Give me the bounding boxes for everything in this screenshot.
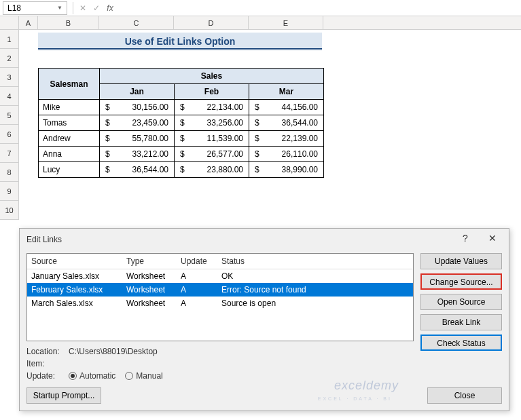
select-all-corner[interactable]: [0, 16, 19, 29]
money-cell[interactable]: $23,880.00: [175, 162, 249, 178]
edit-links-dialog: Edit Links ? ✕ Source Type Update Status…: [19, 228, 509, 411]
list-header-source[interactable]: Source: [31, 256, 126, 266]
header-month[interactable]: Mar: [249, 84, 324, 100]
formula-input[interactable]: [117, 1, 521, 15]
link-update: A: [181, 285, 221, 294]
link-update: A: [181, 299, 221, 308]
dialog-title-text: Edit Links: [26, 235, 62, 244]
link-row[interactable]: January Sales.xlsxWorksheetAOK: [27, 269, 413, 283]
separator: [73, 2, 73, 14]
update-values-button[interactable]: Update Values: [420, 253, 502, 269]
check-status-button[interactable]: Check Status: [420, 335, 502, 351]
col-header-D[interactable]: D: [174, 16, 249, 29]
close-icon[interactable]: ✕: [479, 229, 506, 248]
money-cell[interactable]: $22,139.00: [249, 131, 324, 147]
money-cell[interactable]: $36,544.00: [100, 162, 175, 178]
sheet-title[interactable]: Use of Edit Links Option: [38, 33, 322, 50]
header-month[interactable]: Jan: [100, 84, 175, 100]
dialog-titlebar[interactable]: Edit Links ? ✕: [20, 229, 509, 250]
radio-dot-icon: [125, 372, 133, 380]
break-link-button[interactable]: Break Link: [420, 314, 502, 330]
update-label: Update:: [26, 371, 69, 381]
link-source: January Sales.xlsx: [31, 271, 126, 281]
link-status: OK: [221, 271, 409, 281]
radio-automatic[interactable]: Automatic: [69, 371, 115, 381]
change-source-button[interactable]: Change Source...: [420, 273, 502, 290]
list-header-status[interactable]: Status: [221, 256, 409, 266]
row-header[interactable]: 9: [0, 182, 19, 201]
header-sales[interactable]: Sales: [100, 69, 324, 84]
row-header[interactable]: 3: [0, 68, 19, 87]
table-row: Tomas$23,459.00$33,256.00$36,544.00: [39, 115, 324, 131]
money-cell[interactable]: $26,110.00: [249, 147, 324, 162]
salesman-cell[interactable]: Lucy: [39, 162, 100, 178]
column-headers: A B C D E: [0, 16, 521, 30]
watermark-sub: EXCEL · DATA · BI: [318, 396, 392, 401]
row-header[interactable]: 2: [0, 49, 19, 68]
col-header-E[interactable]: E: [249, 16, 323, 29]
money-cell[interactable]: $38,990.00: [249, 162, 324, 178]
col-header-B[interactable]: B: [38, 16, 99, 29]
radio-manual[interactable]: Manual: [125, 371, 162, 381]
cancel-icon[interactable]: ✕: [76, 3, 90, 13]
row-header[interactable]: 4: [0, 87, 19, 106]
link-status: Error: Source not found: [221, 285, 409, 294]
header-salesman[interactable]: Salesman: [39, 69, 100, 100]
startup-prompt-button[interactable]: Startup Prompt...: [26, 387, 101, 404]
link-source: March Sales.xlsx: [31, 299, 126, 308]
row-header[interactable]: 7: [0, 144, 19, 163]
money-cell[interactable]: $44,156.00: [249, 100, 324, 115]
formula-bar: L18 ▼ ✕ ✓ fx: [0, 0, 521, 16]
salesman-cell[interactable]: Andrew: [39, 131, 100, 147]
money-cell[interactable]: $55,780.00: [100, 131, 175, 147]
name-box-value: L18: [7, 3, 21, 13]
dialog-info: Location: C:\Users\88019\Desktop Item: U…: [26, 345, 414, 382]
table-row: Anna$33,212.00$26,577.00$26,110.00: [39, 147, 324, 162]
money-cell[interactable]: $11,539.00: [175, 131, 249, 147]
enter-icon[interactable]: ✓: [90, 3, 103, 13]
row-header[interactable]: 8: [0, 163, 19, 182]
money-cell[interactable]: $36,544.00: [249, 115, 324, 131]
location-value: C:\Users\88019\Desktop: [69, 347, 158, 356]
money-cell[interactable]: $22,134.00: [175, 100, 249, 115]
table-row: Andrew$55,780.00$11,539.00$22,139.00: [39, 131, 324, 147]
money-cell[interactable]: $23,459.00: [100, 115, 175, 131]
money-cell[interactable]: $30,156.00: [100, 100, 175, 115]
link-type: Worksheet: [126, 271, 181, 281]
list-header-type[interactable]: Type: [126, 256, 181, 266]
link-row[interactable]: March Sales.xlsxWorksheetASource is open: [27, 297, 413, 310]
list-header-update[interactable]: Update: [181, 256, 221, 266]
money-cell[interactable]: $33,212.00: [100, 147, 175, 162]
link-type: Worksheet: [126, 299, 181, 308]
link-row[interactable]: February Sales.xlsxWorksheetAError: Sour…: [27, 283, 413, 297]
dialog-buttons: Update Values Change Source... Open Sour…: [420, 253, 502, 382]
name-box[interactable]: L18 ▼: [3, 1, 67, 15]
table-row: Mike$30,156.00$22,134.00$44,156.00: [39, 100, 324, 115]
close-button[interactable]: Close: [427, 387, 502, 404]
item-label: Item:: [26, 359, 69, 368]
link-status: Source is open: [221, 299, 409, 308]
row-header[interactable]: 6: [0, 125, 19, 144]
links-listbox[interactable]: Source Type Update Status January Sales.…: [26, 253, 414, 341]
fx-icon[interactable]: fx: [103, 3, 117, 13]
salesman-cell[interactable]: Anna: [39, 147, 100, 162]
col-header-A[interactable]: A: [19, 16, 38, 29]
row-header[interactable]: 10: [0, 201, 19, 220]
money-cell[interactable]: $33,256.00: [175, 115, 249, 131]
row-header[interactable]: 1: [0, 30, 19, 49]
col-header-C[interactable]: C: [99, 16, 174, 29]
header-month[interactable]: Feb: [175, 84, 249, 100]
list-header: Source Type Update Status: [27, 254, 413, 269]
money-cell[interactable]: $26,577.00: [175, 147, 249, 162]
open-source-button[interactable]: Open Source: [420, 294, 502, 310]
dropdown-icon[interactable]: ▼: [57, 5, 62, 11]
location-label: Location:: [26, 347, 69, 356]
salesman-cell[interactable]: Mike: [39, 100, 100, 115]
salesman-cell[interactable]: Tomas: [39, 115, 100, 131]
help-icon[interactable]: ?: [452, 229, 479, 248]
sales-table: Salesman Sales JanFebMar Mike$30,156.00$…: [38, 68, 324, 178]
watermark: exceldemy: [334, 379, 399, 393]
radio-dot-checked-icon: [69, 372, 77, 380]
row-header[interactable]: 5: [0, 106, 19, 125]
sheet-content: Use of Edit Links Option Salesman Sales …: [38, 31, 324, 178]
